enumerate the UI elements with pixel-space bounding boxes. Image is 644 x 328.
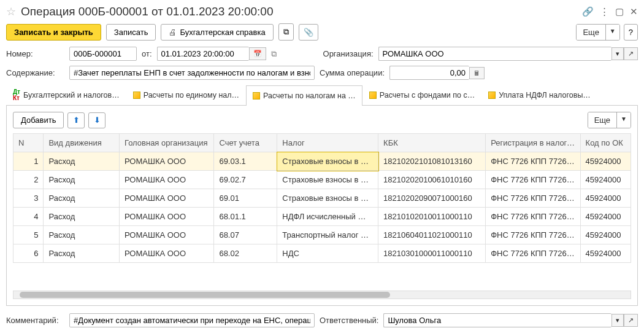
help-button[interactable]: ?: [624, 24, 638, 41]
panel-more-button[interactable]: Еще ▼: [588, 112, 631, 128]
content-label: Содержание:: [6, 68, 64, 77]
col-tax[interactable]: Налог: [277, 134, 378, 152]
organization-input[interactable]: [378, 47, 611, 61]
number-input[interactable]: [69, 47, 137, 61]
horizontal-scrollbar[interactable]: [13, 291, 631, 299]
link-icon[interactable]: 🔗: [582, 6, 594, 17]
responsible-label: Ответственный:: [320, 316, 378, 325]
attach-icon-button[interactable]: 📎: [299, 24, 318, 41]
table-row[interactable]: 4РасходРОМАШКА ООО68.01.1НДФЛ исчисленны…: [13, 208, 631, 226]
close-icon[interactable]: ✕: [630, 6, 638, 17]
op-sum-label: Сумма операции:: [320, 68, 385, 77]
maximize-icon[interactable]: ▢: [615, 6, 624, 17]
folder-icon: [133, 92, 140, 99]
tax-table: N Вид движения Головная организация Счет…: [13, 133, 631, 263]
organization-select-icon[interactable]: ▾: [611, 47, 624, 60]
print-label: Бухгалтерская справка: [180, 28, 265, 37]
chevron-down-icon: ▼: [616, 112, 631, 128]
col-org[interactable]: Головная организация: [119, 134, 213, 152]
kebab-icon[interactable]: ⋮: [600, 6, 609, 17]
favorite-star-icon[interactable]: ☆: [6, 5, 16, 18]
table-row[interactable]: 1РасходРОМАШКА ООО69.03.1Страховые взнос…: [13, 152, 631, 171]
move-up-button[interactable]: ⬆: [67, 112, 85, 128]
tab-tax-calc[interactable]: Расчеты по налогам на …: [246, 85, 362, 106]
date-from-label: от:: [142, 49, 152, 58]
calendar-icon[interactable]: 📅: [249, 47, 266, 60]
table-row[interactable]: 2РасходРОМАШКА ООО69.02.7Страховые взнос…: [13, 171, 631, 189]
folder-icon: [369, 92, 377, 99]
comment-label: Комментарий:: [6, 316, 64, 325]
save-close-button[interactable]: Записать и закрыть: [6, 24, 101, 41]
organization-open-icon[interactable]: ↗: [624, 47, 638, 60]
save-button[interactable]: Записать: [106, 24, 156, 41]
col-move[interactable]: Вид движения: [44, 134, 120, 152]
dtkt-icon: ДтКт: [13, 89, 20, 101]
add-row-button[interactable]: Добавить: [13, 112, 64, 128]
chevron-down-icon: ▼: [605, 25, 619, 40]
table-row[interactable]: 6РасходРОМАШКА ООО68.02НДС18210301000011…: [13, 244, 631, 263]
responsible-input[interactable]: [383, 313, 611, 327]
comment-input[interactable]: [69, 313, 315, 327]
table-row[interactable]: 5РасходРОМАШКА ООО68.07Транспортный нало…: [13, 226, 631, 244]
responsible-open-icon[interactable]: ↗: [624, 314, 638, 327]
tab-accounting[interactable]: ДтКт Бухгалтерский и налогов…: [6, 85, 126, 105]
tab-unified-tax[interactable]: Расчеты по единому нал…: [126, 85, 246, 105]
responsible-select-icon[interactable]: ▾: [611, 314, 624, 327]
col-n[interactable]: N: [13, 134, 44, 152]
folder-icon: [253, 92, 260, 100]
col-acct[interactable]: Счет учета: [214, 134, 277, 152]
tab-funds[interactable]: Расчеты с фондами по с…: [362, 85, 481, 105]
tab-bar: ДтКт Бухгалтерский и налогов… Расчеты по…: [6, 85, 638, 106]
more-menu-button[interactable]: Еще ▼: [576, 24, 619, 41]
organization-label: Организация:: [323, 49, 374, 58]
printer-icon: 🖨: [169, 28, 177, 37]
table-row[interactable]: 3РасходРОМАШКА ООО69.01Страховые взносы …: [13, 189, 631, 208]
number-label: Номер:: [6, 49, 64, 58]
content-input[interactable]: [69, 66, 315, 80]
calculator-icon[interactable]: 🖩: [469, 67, 485, 79]
folder-icon: [488, 92, 496, 99]
print-document-button[interactable]: 🖨 Бухгалтерская справка: [161, 24, 273, 41]
window-title: Операция 000Б-000001 от 01.01.2023 20:00…: [21, 5, 582, 18]
tab-ndfl[interactable]: Уплата НДФЛ налоговы…: [481, 85, 597, 105]
move-down-button[interactable]: ⬇: [88, 112, 105, 128]
op-sum-input[interactable]: [389, 66, 469, 80]
date-input[interactable]: [157, 47, 249, 61]
col-reg[interactable]: Регистрация в налого…: [486, 134, 580, 152]
kind-icon[interactable]: ⧉: [271, 49, 277, 59]
col-kbk[interactable]: КБК: [378, 134, 486, 152]
col-code[interactable]: Код по ОК: [580, 134, 631, 152]
structure-icon-button[interactable]: ⧉: [278, 23, 294, 41]
